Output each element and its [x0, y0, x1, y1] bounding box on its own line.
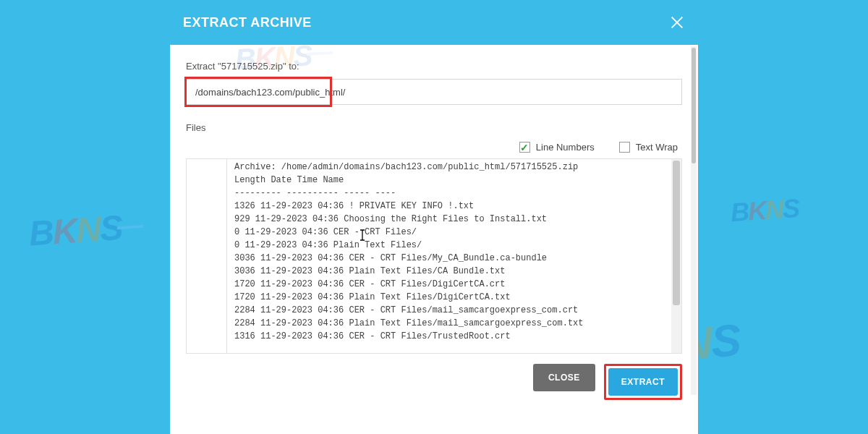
file-list-line: 9.3036 11-29-2023 04:36 Plain Text Files… — [187, 265, 681, 278]
file-list-line: 2.Length Date Time Name — [187, 174, 681, 187]
dialog-header: EXTRACT ARCHIVE — [170, 0, 698, 45]
files-section-label: Files — [186, 122, 682, 133]
checkbox-label: Text Wrap — [636, 142, 678, 153]
line-content: 2284 11-29-2023 04:36 Plain Text Files/m… — [227, 318, 583, 328]
line-content: 2284 11-29-2023 04:36 CER - CRT Files/ma… — [227, 305, 578, 315]
extract-path-input[interactable] — [186, 79, 682, 105]
text-wrap-checkbox[interactable]: Text Wrap — [619, 142, 678, 153]
line-content: 0 11-29-2023 04:36 Plain Text Files/ — [227, 240, 422, 250]
file-list-options: Line Numbers Text Wrap — [186, 142, 682, 153]
line-content: Length Date Time Name — [227, 175, 344, 185]
line-content: 1316 11-29-2023 04:36 CER - CRT Files/Tr… — [227, 331, 511, 341]
line-number-gutter — [187, 159, 227, 353]
line-content: 929 11-29-2023 04:36 Choosing the Right … — [227, 214, 547, 224]
line-content: 1720 11-29-2023 04:36 CER - CRT Files/Di… — [227, 279, 505, 289]
line-content: 3036 11-29-2023 04:36 CER - CRT Files/My… — [227, 253, 547, 263]
file-list-line: 1.Archive: /home/admin/domains/bach123.c… — [187, 161, 681, 174]
file-list-scrollbar[interactable] — [671, 159, 681, 353]
line-content: 3036 11-29-2023 04:36 Plain Text Files/C… — [227, 266, 505, 276]
line-content: 1326 11-29-2023 04:36 ! PRIVATE KEY INFO… — [227, 201, 474, 211]
dialog-scrollbar[interactable] — [691, 46, 697, 395]
extract-to-label: Extract "571715525.zip" to: — [186, 61, 682, 72]
watermark-letter: S — [98, 208, 123, 248]
dialog-buttons: CLOSE EXTRACT — [186, 364, 682, 400]
close-icon[interactable] — [669, 14, 685, 30]
checkbox-label: Line Numbers — [536, 142, 595, 153]
line-content: 1720 11-29-2023 04:36 Plain Text Files/D… — [227, 292, 511, 302]
file-list-line: 4.1326 11-29-2023 04:36 ! PRIVATE KEY IN… — [187, 200, 681, 213]
close-button[interactable]: CLOSE — [533, 364, 595, 391]
extract-button[interactable]: EXTRACT — [608, 368, 678, 396]
watermark-letter: K — [51, 211, 77, 251]
watermark-letter: B — [27, 213, 54, 252]
file-list-line: 6.0 11-29-2023 04:36 CER - CRT Files/ — [187, 226, 681, 239]
dialog-body: BKNS— BKNS— Extract "571715525.zip" to: … — [170, 45, 698, 434]
file-list-line: 10.1720 11-29-2023 04:36 CER - CRT Files… — [187, 278, 681, 291]
watermark-letter: N — [765, 194, 784, 225]
watermark-letter: K — [747, 195, 767, 226]
checkbox-icon — [519, 142, 530, 153]
scrollbar-thumb[interactable] — [692, 48, 696, 163]
file-list-line: 3.--------- ---------- ----- ---- — [187, 187, 681, 200]
watermark-letter: S — [781, 193, 799, 224]
checkbox-icon — [619, 142, 630, 153]
watermark-letter: B — [730, 197, 749, 228]
line-content: --------- ---------- ----- ---- — [227, 188, 396, 198]
file-list-line: 7.0 11-29-2023 04:36 Plain Text Files/ — [187, 239, 681, 252]
line-content: 0 11-29-2023 04:36 CER - CRT Files/ — [227, 227, 417, 237]
file-list-line: 12.2284 11-29-2023 04:36 CER - CRT Files… — [187, 304, 681, 317]
file-list-line: 13.2284 11-29-2023 04:36 Plain Text File… — [187, 317, 681, 330]
highlight-frame: EXTRACT — [604, 364, 682, 400]
watermark-letter: N — [75, 210, 101, 250]
line-content: Archive: /home/admin/domains/bach123.com… — [227, 162, 578, 172]
file-list-line: 8.3036 11-29-2023 04:36 CER - CRT Files/… — [187, 252, 681, 265]
scrollbar-thumb[interactable] — [673, 161, 680, 305]
watermark-letter: S — [710, 315, 741, 367]
extract-archive-dialog: EXTRACT ARCHIVE BKNS— BKNS— Extract "571… — [170, 0, 698, 434]
file-list-line: 11.1720 11-29-2023 04:36 Plain Text File… — [187, 291, 681, 304]
dialog-title: EXTRACT ARCHIVE — [183, 15, 312, 30]
file-list: 1.Archive: /home/admin/domains/bach123.c… — [186, 158, 682, 354]
file-list-line: 5.929 11-29-2023 04:36 Choosing the Righ… — [187, 213, 681, 226]
line-numbers-checkbox[interactable]: Line Numbers — [519, 142, 595, 153]
file-list-line: 14.1316 11-29-2023 04:36 CER - CRT Files… — [187, 330, 681, 343]
